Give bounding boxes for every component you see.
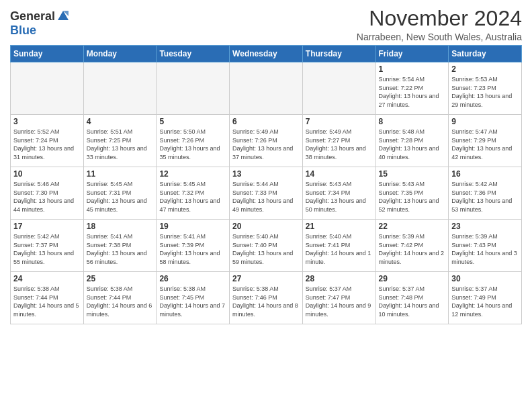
day-number: 1 (379, 64, 446, 74)
daylight-text: Daylight: 13 hours and 31 minutes. (13, 145, 74, 161)
sunrise-text: Sunrise: 5:41 AM (159, 233, 206, 240)
day-number: 28 (306, 274, 373, 283)
header-friday: Friday (375, 46, 449, 62)
daylight-text: Daylight: 13 hours and 47 minutes. (159, 197, 220, 213)
day-number: 7 (306, 117, 373, 126)
daylight-text: Daylight: 13 hours and 37 minutes. (232, 145, 293, 161)
day-number: 27 (232, 274, 300, 283)
calendar-cell: 15 Sunrise: 5:43 AM Sunset: 7:35 PM Dayl… (375, 167, 449, 220)
daylight-text: Daylight: 14 hours and 2 minutes. (379, 250, 445, 265)
daylight-text: Daylight: 14 hours and 7 minutes. (159, 302, 225, 318)
sunrise-text: Sunrise: 5:46 AM (13, 181, 60, 187)
calendar-cell: 8 Sunrise: 5:48 AM Sunset: 7:28 PM Dayli… (375, 115, 449, 167)
day-info: Sunrise: 5:49 AM Sunset: 7:27 PM Dayligh… (306, 128, 373, 161)
sunset-text: Sunset: 7:44 PM (13, 294, 58, 301)
day-info: Sunrise: 5:52 AM Sunset: 7:24 PM Dayligh… (13, 128, 81, 161)
sunset-text: Sunset: 7:45 PM (159, 294, 204, 301)
day-info: Sunrise: 5:41 AM Sunset: 7:38 PM Dayligh… (87, 232, 154, 266)
day-info: Sunrise: 5:38 AM Sunset: 7:44 PM Dayligh… (13, 285, 81, 318)
day-number: 12 (159, 169, 226, 179)
daylight-text: Daylight: 13 hours and 38 minutes. (306, 145, 366, 161)
sunrise-text: Sunrise: 5:43 AM (306, 181, 352, 187)
daylight-text: Daylight: 13 hours and 33 minutes. (87, 145, 147, 161)
calendar-cell: 11 Sunrise: 5:45 AM Sunset: 7:31 PM Dayl… (83, 167, 157, 220)
sunrise-text: Sunrise: 5:49 AM (306, 128, 352, 135)
daylight-text: Daylight: 13 hours and 40 minutes. (379, 145, 439, 161)
sunset-text: Sunset: 7:26 PM (159, 137, 204, 144)
sunset-text: Sunset: 7:42 PM (379, 242, 424, 248)
day-info: Sunrise: 5:51 AM Sunset: 7:25 PM Dayligh… (87, 128, 154, 161)
day-info: Sunrise: 5:53 AM Sunset: 7:23 PM Dayligh… (451, 75, 519, 109)
day-info: Sunrise: 5:43 AM Sunset: 7:34 PM Dayligh… (306, 180, 373, 214)
day-number: 4 (87, 117, 154, 126)
header-thursday: Thursday (302, 46, 375, 62)
day-info: Sunrise: 5:39 AM Sunset: 7:42 PM Dayligh… (379, 232, 446, 266)
sunrise-text: Sunrise: 5:37 AM (379, 285, 425, 292)
day-info: Sunrise: 5:54 AM Sunset: 7:22 PM Dayligh… (379, 75, 446, 109)
sunset-text: Sunset: 7:31 PM (87, 189, 132, 196)
day-number: 18 (87, 222, 154, 231)
sunrise-text: Sunrise: 5:51 AM (87, 128, 133, 135)
day-number: 21 (306, 222, 373, 231)
calendar-cell (302, 62, 375, 115)
daylight-text: Daylight: 13 hours and 49 minutes. (232, 197, 293, 213)
calendar-cell: 25 Sunrise: 5:38 AM Sunset: 7:44 PM Dayl… (83, 272, 157, 324)
calendar-cell: 4 Sunrise: 5:51 AM Sunset: 7:25 PM Dayli… (83, 115, 157, 167)
sunset-text: Sunset: 7:29 PM (451, 137, 496, 144)
day-info: Sunrise: 5:40 AM Sunset: 7:40 PM Dayligh… (232, 232, 300, 266)
sunrise-text: Sunrise: 5:42 AM (451, 181, 498, 187)
header-row: General Blue November 2024 Narrabeen, Ne… (10, 7, 522, 42)
day-number: 19 (159, 222, 226, 231)
day-number: 9 (451, 117, 519, 126)
sunrise-text: Sunrise: 5:43 AM (379, 181, 425, 187)
daylight-text: Daylight: 14 hours and 6 minutes. (87, 302, 152, 318)
day-number: 15 (379, 169, 446, 179)
daylight-text: Daylight: 13 hours and 55 minutes. (13, 250, 74, 265)
calendar-cell (157, 62, 230, 115)
daylight-text: Daylight: 13 hours and 42 minutes. (451, 145, 512, 161)
day-info: Sunrise: 5:45 AM Sunset: 7:32 PM Dayligh… (159, 180, 226, 214)
day-info: Sunrise: 5:46 AM Sunset: 7:30 PM Dayligh… (13, 180, 81, 214)
logo: General Blue (10, 9, 70, 38)
calendar-cell (230, 62, 303, 115)
day-number: 14 (306, 169, 373, 179)
title-block: November 2024 Narrabeen, New South Wales… (357, 7, 522, 42)
sunrise-text: Sunrise: 5:49 AM (232, 128, 279, 135)
calendar-cell: 13 Sunrise: 5:44 AM Sunset: 7:33 PM Dayl… (230, 167, 303, 220)
sunset-text: Sunset: 7:38 PM (87, 242, 132, 248)
sunrise-text: Sunrise: 5:54 AM (379, 76, 425, 83)
sunset-text: Sunset: 7:40 PM (232, 242, 277, 248)
day-number: 11 (87, 169, 154, 179)
day-info: Sunrise: 5:40 AM Sunset: 7:41 PM Dayligh… (306, 232, 373, 266)
sunrise-text: Sunrise: 5:38 AM (13, 285, 60, 292)
day-number: 16 (451, 169, 519, 179)
calendar-cell: 2 Sunrise: 5:53 AM Sunset: 7:23 PM Dayli… (449, 62, 522, 115)
sunrise-text: Sunrise: 5:37 AM (451, 285, 498, 292)
day-info: Sunrise: 5:48 AM Sunset: 7:28 PM Dayligh… (379, 128, 446, 161)
day-info: Sunrise: 5:50 AM Sunset: 7:26 PM Dayligh… (159, 128, 226, 161)
calendar-cell: 22 Sunrise: 5:39 AM Sunset: 7:42 PM Dayl… (375, 220, 449, 272)
calendar-cell: 3 Sunrise: 5:52 AM Sunset: 7:24 PM Dayli… (11, 115, 84, 167)
sunset-text: Sunset: 7:47 PM (306, 294, 351, 301)
sunset-text: Sunset: 7:22 PM (379, 85, 424, 91)
day-info: Sunrise: 5:38 AM Sunset: 7:44 PM Dayligh… (87, 285, 154, 318)
calendar-cell: 24 Sunrise: 5:38 AM Sunset: 7:44 PM Dayl… (11, 272, 84, 324)
sunrise-text: Sunrise: 5:47 AM (451, 128, 498, 135)
header-monday: Monday (83, 46, 157, 62)
day-number: 23 (451, 222, 519, 231)
daylight-text: Daylight: 14 hours and 8 minutes. (232, 302, 298, 318)
sunrise-text: Sunrise: 5:48 AM (379, 128, 425, 135)
sunset-text: Sunset: 7:46 PM (232, 294, 277, 301)
day-number: 30 (451, 274, 519, 283)
sunrise-text: Sunrise: 5:50 AM (159, 128, 206, 135)
calendar-cell: 26 Sunrise: 5:38 AM Sunset: 7:45 PM Dayl… (157, 272, 230, 324)
sunrise-text: Sunrise: 5:40 AM (306, 233, 352, 240)
location-subtitle: Narrabeen, New South Wales, Australia (357, 32, 522, 42)
sunset-text: Sunset: 7:24 PM (13, 137, 58, 144)
day-number: 29 (379, 274, 446, 283)
sunrise-text: Sunrise: 5:42 AM (13, 233, 60, 240)
day-number: 10 (13, 169, 81, 179)
calendar-cell (11, 62, 84, 115)
weekday-header-row: Sunday Monday Tuesday Wednesday Thursday… (11, 46, 522, 62)
day-info: Sunrise: 5:43 AM Sunset: 7:35 PM Dayligh… (379, 180, 446, 214)
